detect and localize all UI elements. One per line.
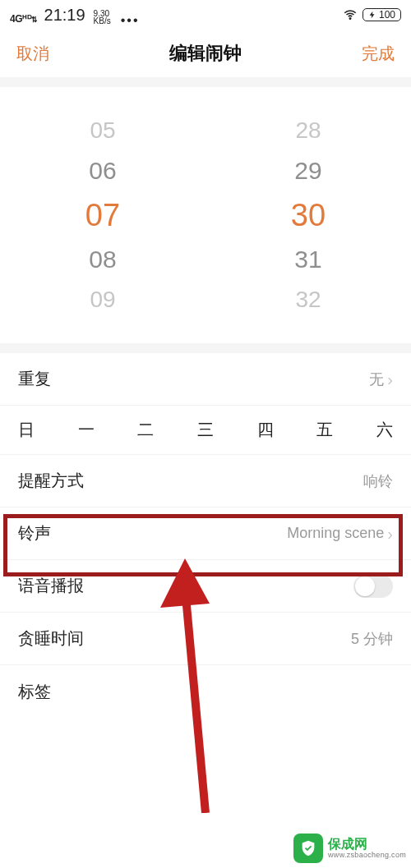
status-right: 100 <box>343 7 401 22</box>
svg-point-0 <box>349 18 351 20</box>
picker-value: 09 <box>90 288 115 311</box>
picker-value: 28 <box>295 119 321 142</box>
picker-value: 32 <box>295 288 321 311</box>
data-rate: 9.30 KB/s <box>94 10 111 25</box>
ringtone-value: Morning scene › <box>287 525 393 542</box>
voice-label: 语音播报 <box>18 575 84 597</box>
voice-toggle[interactable] <box>353 575 393 598</box>
hour-column[interactable]: 05 06 07 08 09 <box>0 102 206 328</box>
chevron-right-icon: › <box>387 526 393 542</box>
nav-bar: 取消 编辑闹钟 完成 <box>0 30 411 77</box>
weekday-mon[interactable]: 一 <box>78 419 95 441</box>
time-picker[interactable]: 05 06 07 08 09 28 29 30 31 32 <box>0 87 411 343</box>
picker-value: 06 <box>89 158 116 183</box>
watermark-text: 保成网 www.zsbaocheng.com <box>328 838 406 859</box>
picker-value: 29 <box>294 158 321 183</box>
picker-selected-minute: 30 <box>291 200 326 231</box>
page-title: 编辑闹钟 <box>169 41 242 66</box>
ringtone-label: 铃声 <box>18 522 51 544</box>
status-bar: 4Gᴴᴰ⇅ 21:19 9.30 KB/s ••• 100 <box>0 0 411 30</box>
remind-value: 响铃 <box>363 471 393 491</box>
tag-label: 标签 <box>18 681 51 703</box>
tag-row[interactable]: 标签 <box>0 665 411 718</box>
snooze-value: 5 分钟 <box>351 629 393 649</box>
repeat-row[interactable]: 重复 无 › <box>0 353 411 406</box>
watermark: 保成网 www.zsbaocheng.com <box>293 834 406 863</box>
screen: 4Gᴴᴰ⇅ 21:19 9.30 KB/s ••• 100 取消 编辑闹钟 完成 <box>0 0 411 868</box>
weekday-thu[interactable]: 四 <box>257 419 274 441</box>
weekday-row: 日 一 二 三 四 五 六 <box>0 406 411 455</box>
weekday-fri[interactable]: 五 <box>316 419 333 441</box>
weekday-sun[interactable]: 日 <box>18 419 35 441</box>
clock-time: 21:19 <box>44 6 85 25</box>
picker-value: 31 <box>294 247 321 272</box>
weekday-wed[interactable]: 三 <box>197 419 214 441</box>
divider <box>0 343 411 353</box>
picker-value: 08 <box>89 247 116 272</box>
ringtone-row[interactable]: 铃声 Morning scene › <box>0 507 411 560</box>
voice-broadcast-row[interactable]: 语音播报 <box>0 560 411 613</box>
divider <box>0 77 411 87</box>
wifi-icon <box>343 7 358 22</box>
minute-column[interactable]: 28 29 30 31 32 <box>206 102 411 328</box>
battery-indicator: 100 <box>363 8 401 21</box>
remind-method-row[interactable]: 提醒方式 响铃 <box>0 455 411 507</box>
cancel-button[interactable]: 取消 <box>16 43 49 65</box>
done-button[interactable]: 完成 <box>362 43 395 65</box>
snooze-label: 贪睡时间 <box>18 627 84 650</box>
repeat-label: 重复 <box>18 368 51 390</box>
chevron-right-icon: › <box>387 371 393 388</box>
network-badge: 4Gᴴᴰ⇅ <box>10 13 38 25</box>
more-dots-icon: ••• <box>121 16 140 25</box>
picker-selected-hour: 07 <box>85 200 120 231</box>
watermark-shield-icon <box>293 834 323 863</box>
remind-label: 提醒方式 <box>18 470 84 492</box>
weekday-sat[interactable]: 六 <box>376 419 393 441</box>
status-left: 4Gᴴᴰ⇅ 21:19 9.30 KB/s ••• <box>10 6 140 25</box>
snooze-row[interactable]: 贪睡时间 5 分钟 <box>0 613 411 665</box>
picker-value: 05 <box>90 119 115 142</box>
weekday-tue[interactable]: 二 <box>137 419 154 441</box>
repeat-value: 无 › <box>369 370 393 389</box>
